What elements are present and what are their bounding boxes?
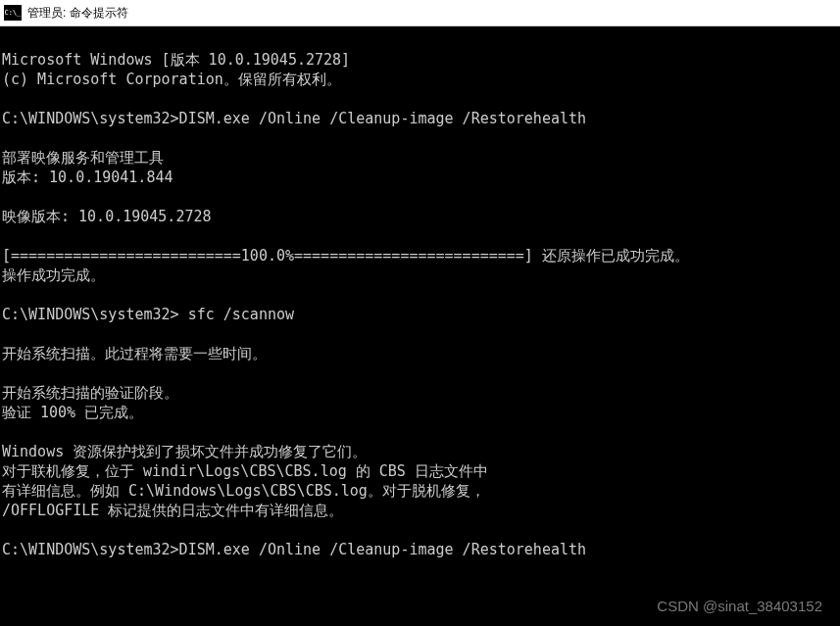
terminal-line: (c) Microsoft Corporation。保留所有权利。	[2, 71, 341, 88]
window-title: 管理员: 命令提示符	[27, 5, 128, 22]
terminal-line: Windows 资源保护找到了损坏文件并成功修复了它们。	[2, 443, 367, 460]
terminal-line: 映像版本: 10.0.19045.2728	[2, 208, 212, 225]
terminal-line: 开始系统扫描的验证阶段。	[2, 384, 178, 402]
terminal-output[interactable]: Microsoft Windows [版本 10.0.19045.2728] (…	[0, 26, 840, 563]
terminal-line: 部署映像服务和管理工具	[2, 149, 164, 167]
terminal-line: 版本: 10.0.19041.844	[2, 169, 173, 186]
terminal-line: /OFFLOGFILE 标记提供的日志文件中有详细信息。	[2, 502, 343, 519]
terminal-line: C:\WINDOWS\system32> sfc /scannow	[2, 306, 294, 323]
watermark: CSDN @sinat_38403152	[657, 598, 822, 614]
terminal-line: C:\WINDOWS\system32>DISM.exe /Online /Cl…	[2, 110, 586, 127]
terminal-line: 开始系统扫描。此过程将需要一些时间。	[2, 345, 267, 362]
terminal-line: 操作成功完成。	[2, 266, 105, 284]
terminal-line: [==========================100.0%=======…	[2, 247, 689, 265]
terminal-line: C:\WINDOWS\system32>DISM.exe /Online /Cl…	[2, 541, 586, 558]
terminal-line: 对于联机修复，位于 windir\Logs\CBS\CBS.log 的 CBS …	[2, 462, 488, 480]
terminal-line: 有详细信息。例如 C:\Windows\Logs\CBS\CBS.log。对于脱…	[2, 482, 485, 500]
title-bar[interactable]: 管理员: 命令提示符	[0, 0, 840, 26]
terminal-line: 验证 100% 已完成。	[2, 404, 143, 421]
terminal-line: Microsoft Windows [版本 10.0.19045.2728]	[2, 51, 350, 69]
cmd-icon	[4, 5, 22, 21]
